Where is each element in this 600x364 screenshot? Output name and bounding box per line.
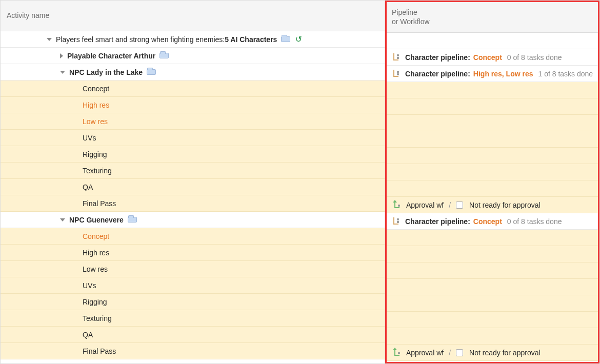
- task-label: Rigging: [83, 150, 107, 158]
- separator: /: [449, 201, 451, 209]
- pipeline-progress: 0 of 8 tasks done: [507, 217, 562, 226]
- pipeline-progress: 0 of 8 tasks done: [507, 53, 562, 62]
- task-label: Concept: [83, 232, 109, 240]
- refresh-icon[interactable]: ↻: [295, 34, 302, 44]
- pipeline-cell-approval[interactable]: Approval wf / Not ready for approval: [387, 197, 598, 213]
- pipeline-cell-task: [387, 262, 598, 279]
- pipeline-cell-task: [387, 230, 598, 246]
- chevron-down-icon[interactable]: [47, 38, 52, 41]
- item-guenevere-label: NPC Guenevere: [69, 216, 124, 224]
- activity-name-header: Activity name: [1, 1, 385, 31]
- task-row[interactable]: UVs: [1, 277, 385, 294]
- pipeline-cell-approval[interactable]: Approval wf / Not ready for approval: [387, 345, 598, 361]
- approval-ready-checkbox[interactable]: [456, 201, 463, 209]
- pipeline-icon: [392, 53, 400, 62]
- item-lady-label: NPC Lady in the Lake: [69, 68, 143, 76]
- task-row[interactable]: Final Pass: [1, 195, 385, 212]
- item-arthur-label: Playable Character Arthur: [67, 52, 155, 60]
- approval-ready-checkbox[interactable]: [456, 349, 463, 356]
- pipeline-cell-task: [387, 279, 598, 295]
- epic-row[interactable]: Players feel smart and strong when fight…: [1, 31, 385, 48]
- pipeline-cell-task: [387, 164, 598, 180]
- pipeline-name: Character pipeline:: [405, 53, 470, 62]
- pipeline-name: Character pipeline:: [405, 70, 470, 78]
- pipeline-stage: High res, Low res: [473, 70, 533, 78]
- folder-icon: [159, 53, 169, 58]
- task-label: Concept: [83, 85, 109, 93]
- pipeline-icon: [392, 217, 400, 226]
- task-row[interactable]: Concept: [1, 80, 385, 97]
- task-label: Texturing: [83, 314, 112, 322]
- task-label: High res: [83, 101, 109, 109]
- pipeline-cell-task: [387, 148, 598, 164]
- chevron-right-icon[interactable]: [60, 53, 63, 58]
- task-row[interactable]: QA: [1, 179, 385, 195]
- pipeline-cell-task: [387, 82, 598, 98]
- task-label: Texturing: [83, 167, 112, 175]
- activity-name-header-label: Activity name: [7, 11, 49, 21]
- task-row[interactable]: High res: [1, 245, 385, 261]
- task-row[interactable]: Final Pass: [1, 343, 385, 359]
- task-label: UVs: [83, 134, 96, 142]
- pipeline-cell-task: [387, 312, 598, 328]
- pipeline-cell-task: [387, 295, 598, 312]
- task-row[interactable]: QA: [1, 327, 385, 343]
- pipeline-cell-task: [387, 180, 598, 197]
- epic-label-pre: Players feel smart and strong when fight…: [56, 35, 225, 44]
- workflow-icon: [393, 201, 401, 209]
- activity-grid: Activity name Players feel smart and str…: [0, 0, 600, 364]
- separator: /: [449, 349, 451, 357]
- task-row[interactable]: Rigging: [1, 146, 385, 163]
- task-row[interactable]: Texturing: [1, 310, 385, 327]
- approval-status-label: Not ready for approval: [469, 201, 541, 209]
- pipeline-stage: Concept: [473, 53, 502, 62]
- pipeline-header: Pipeline or Workflow: [387, 2, 598, 33]
- pipeline-header-label: Pipeline or Workflow: [392, 8, 430, 26]
- activity-name-column: Activity name Players feel smart and str…: [1, 1, 385, 363]
- task-label: Low res: [83, 117, 108, 126]
- task-row[interactable]: UVs: [1, 130, 385, 146]
- task-label: Rigging: [83, 298, 107, 306]
- pipeline-stage: Concept: [473, 217, 502, 226]
- task-label: Low res: [83, 265, 108, 273]
- task-row[interactable]: Concept: [1, 228, 385, 245]
- item-arthur[interactable]: Playable Character Arthur: [1, 48, 385, 64]
- task-row[interactable]: Low res: [1, 113, 385, 130]
- pipeline-cell-task: [387, 115, 598, 131]
- task-row[interactable]: Texturing: [1, 163, 385, 179]
- pipeline-cell-arthur[interactable]: Character pipeline: Concept 0 of 8 tasks…: [387, 49, 598, 66]
- epic-label-bold: 5 AI Characters: [225, 35, 277, 44]
- pipeline-cell-epic: [387, 33, 598, 49]
- item-guenevere[interactable]: NPC Guenevere: [1, 212, 385, 228]
- folder-icon: [147, 69, 156, 75]
- pipeline-cell-task: [387, 131, 598, 148]
- task-row[interactable]: High res: [1, 97, 385, 113]
- task-row[interactable]: Rigging: [1, 294, 385, 310]
- workflow-icon: [393, 349, 401, 357]
- task-label: QA: [83, 183, 93, 191]
- approval-status-label: Not ready for approval: [469, 349, 541, 357]
- folder-icon: [128, 217, 137, 223]
- workflow-name: Approval wf: [406, 349, 444, 357]
- pipeline-cell-task: [387, 246, 598, 262]
- task-label: QA: [83, 331, 93, 339]
- pipeline-progress: 1 of 8 tasks done: [538, 70, 593, 78]
- item-lady[interactable]: NPC Lady in the Lake: [1, 64, 385, 80]
- pipeline-column: Pipeline or Workflow Character pipeline:…: [385, 1, 599, 363]
- pipeline-icon: [392, 70, 400, 78]
- pipeline-cell-lady[interactable]: Character pipeline: High res, Low res 1 …: [387, 66, 598, 82]
- pipeline-cell-task: [387, 328, 598, 345]
- chevron-down-icon[interactable]: [60, 218, 65, 221]
- task-label: High res: [83, 249, 109, 257]
- workflow-name: Approval wf: [406, 201, 444, 209]
- task-label: UVs: [83, 281, 96, 290]
- task-label: Final Pass: [83, 347, 116, 355]
- pipeline-cell-task: [387, 98, 598, 115]
- chevron-down-icon[interactable]: [60, 71, 65, 74]
- pipeline-name: Character pipeline:: [405, 217, 470, 226]
- folder-icon: [281, 36, 290, 42]
- task-label: Final Pass: [83, 199, 116, 208]
- task-row[interactable]: Low res: [1, 261, 385, 277]
- pipeline-cell-guenevere[interactable]: Character pipeline: Concept 0 of 8 tasks…: [387, 213, 598, 230]
